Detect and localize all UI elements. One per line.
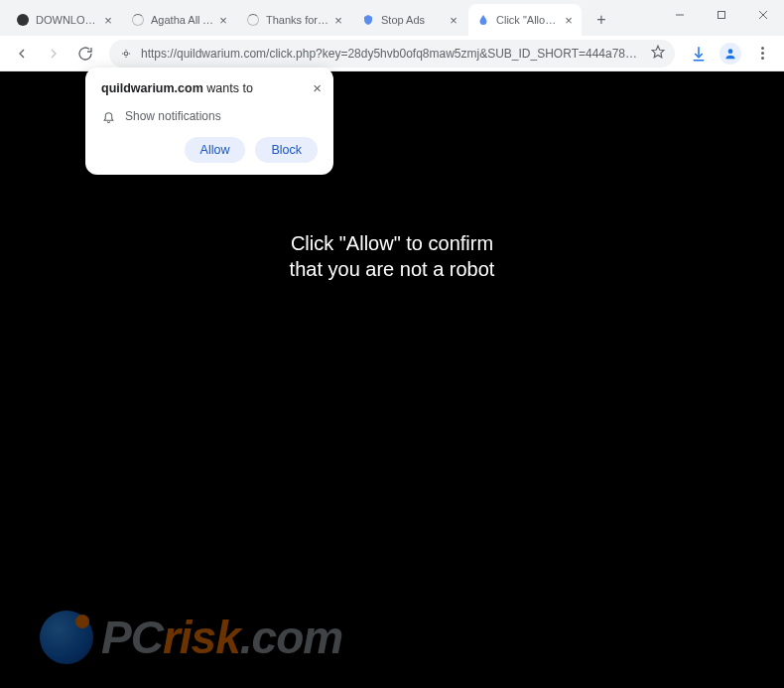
favicon-icon bbox=[17, 14, 29, 26]
profile-button[interactable] bbox=[717, 40, 744, 68]
new-tab-button[interactable]: + bbox=[588, 6, 615, 34]
watermark: PCrisk.com bbox=[40, 611, 342, 664]
shield-icon bbox=[362, 14, 374, 26]
window-maximize-button[interactable] bbox=[701, 0, 742, 30]
svg-point-4 bbox=[124, 52, 128, 56]
tab-title: Thanks for downloa… bbox=[266, 14, 331, 26]
address-bar[interactable]: https://quildwarium.com/click.php?key=28… bbox=[109, 40, 675, 68]
window-minimize-button[interactable] bbox=[659, 0, 701, 30]
tab-close-button[interactable]: × bbox=[331, 13, 345, 27]
bell-icon bbox=[101, 109, 115, 123]
browser-toolbar: https://quildwarium.com/click.php?key=28… bbox=[0, 36, 784, 71]
window-close-button[interactable] bbox=[742, 0, 784, 30]
loading-spinner-icon bbox=[247, 14, 259, 26]
tab-close-button[interactable]: × bbox=[447, 13, 460, 27]
tab-title: Agatha All Along S0… bbox=[151, 14, 216, 26]
permission-action-label: Show notifications bbox=[125, 109, 221, 123]
tab[interactable]: Agatha All Along S0…× bbox=[123, 4, 236, 36]
permission-buttons: Allow Block bbox=[101, 137, 318, 163]
tab-strip: DOWNLOAD: Agath…×Agatha All Along S0…×Th… bbox=[8, 2, 584, 36]
allow-button[interactable]: Allow bbox=[185, 137, 246, 163]
tab[interactable]: Thanks for downloa…× bbox=[238, 4, 351, 36]
notification-permission-popup: quildwarium.com wants to × Show notifica… bbox=[85, 68, 333, 175]
tab-close-button[interactable]: × bbox=[101, 13, 115, 27]
svg-rect-1 bbox=[719, 12, 725, 19]
tab[interactable]: Stop Ads× bbox=[353, 4, 466, 36]
permission-request-row: Show notifications bbox=[101, 109, 318, 123]
tab-close-button[interactable]: × bbox=[562, 13, 576, 27]
bookmark-star-icon[interactable] bbox=[651, 45, 665, 62]
tab-title: DOWNLOAD: Agath… bbox=[36, 14, 101, 26]
svg-marker-9 bbox=[652, 46, 664, 58]
tab-title: Click "Allow&… bbox=[496, 14, 562, 26]
watermark-text: PCrisk.com bbox=[101, 611, 342, 664]
url-text: https://quildwarium.com/click.php?key=28… bbox=[141, 47, 643, 61]
tab-title: Stop Ads bbox=[381, 14, 447, 26]
page-message: Click "Allow" to confirm that you are no… bbox=[290, 230, 495, 282]
block-button[interactable]: Block bbox=[255, 137, 318, 163]
tab-close-button[interactable]: × bbox=[216, 13, 230, 27]
browser-menu-button[interactable] bbox=[748, 40, 776, 68]
window-controls bbox=[659, 0, 784, 30]
forward-button[interactable] bbox=[40, 40, 67, 68]
permission-close-button[interactable]: × bbox=[313, 79, 322, 96]
back-button[interactable] bbox=[8, 40, 36, 68]
tab[interactable]: Click "Allow&…× bbox=[468, 4, 582, 36]
watermark-logo-icon bbox=[40, 611, 93, 664]
loading-spinner-icon bbox=[132, 14, 144, 26]
tab[interactable]: DOWNLOAD: Agath…× bbox=[8, 4, 121, 36]
title-bar: DOWNLOAD: Agath…×Agatha All Along S0…×Th… bbox=[0, 0, 784, 36]
svg-point-11 bbox=[728, 49, 733, 54]
droplet-icon bbox=[477, 14, 489, 26]
reload-button[interactable] bbox=[71, 40, 99, 68]
site-info-icon[interactable] bbox=[119, 47, 133, 61]
downloads-icon[interactable] bbox=[685, 40, 713, 68]
permission-title: quildwarium.com wants to bbox=[101, 81, 318, 95]
